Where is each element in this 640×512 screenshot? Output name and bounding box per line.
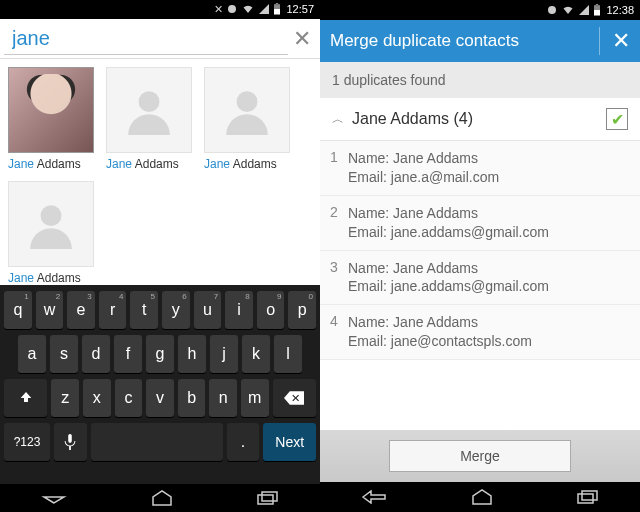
android-navbar (0, 484, 320, 512)
select-group-checkbox[interactable]: ✔ (606, 108, 628, 130)
svg-point-5 (41, 206, 62, 227)
key-i[interactable]: i8 (225, 291, 253, 329)
key-q[interactable]: q1 (4, 291, 32, 329)
item-index: 3 (330, 259, 348, 297)
key-z[interactable]: z (51, 379, 79, 417)
item-index: 2 (330, 204, 348, 242)
contact-avatar-placeholder (8, 181, 94, 267)
contact-card[interactable]: Jane Addams (8, 67, 96, 171)
alarm-icon (226, 3, 238, 15)
svg-rect-11 (596, 4, 598, 5)
duplicate-item[interactable]: 4Name: Jane AddamsEmail: jane@contactspl… (320, 305, 640, 360)
wifi-icon (561, 4, 575, 16)
clear-search-button[interactable]: ✕ (288, 25, 316, 53)
key-f[interactable]: f (114, 335, 142, 373)
key-g[interactable]: g (146, 335, 174, 373)
key-v[interactable]: v (146, 379, 174, 417)
contact-name: Jane Addams (8, 157, 81, 171)
status-bar: 12:38 (320, 0, 640, 20)
keyboard: q1w2e3r4t5y6u7i8o9p0 asdfghjkl zxcvbnm ?… (0, 285, 320, 483)
nav-home-icon[interactable] (469, 489, 495, 505)
svg-point-3 (139, 92, 160, 113)
key-e[interactable]: e3 (67, 291, 95, 329)
contact-card[interactable]: Jane Addams (106, 67, 194, 171)
duplicate-item[interactable]: 1Name: Jane AddamsEmail: jane.a@mail.com (320, 141, 640, 196)
nav-recent-icon[interactable] (257, 491, 279, 505)
key-b[interactable]: b (178, 379, 206, 417)
merge-bar: Merge (320, 430, 640, 482)
svg-rect-2 (276, 3, 278, 4)
no-sound-icon: ✕ (214, 3, 223, 16)
wifi-icon (241, 3, 255, 15)
item-info: Name: Jane AddamsEmail: jane@contactspls… (348, 313, 630, 351)
key-a[interactable]: a (18, 335, 46, 373)
backspace-key[interactable] (273, 379, 316, 417)
contact-avatar-placeholder (204, 67, 290, 153)
shift-key[interactable] (4, 379, 47, 417)
mic-key[interactable] (54, 423, 87, 461)
key-d[interactable]: d (82, 335, 110, 373)
spacebar-key[interactable] (91, 423, 223, 461)
titlebar: Merge duplicate contacts ✕ (320, 20, 640, 62)
key-m[interactable]: m (241, 379, 269, 417)
key-n[interactable]: n (209, 379, 237, 417)
phone-right-merge-duplicates: 12:38 Merge duplicate contacts ✕ 1 dupli… (320, 0, 640, 512)
nav-recent-icon[interactable] (577, 490, 599, 504)
search-row: ✕ (0, 19, 320, 60)
duplicate-group-header[interactable]: ︿ Jane Addams (4) ✔ (320, 98, 640, 141)
key-j[interactable]: j (210, 335, 238, 373)
key-s[interactable]: s (50, 335, 78, 373)
group-name: Jane Addams (4) (352, 110, 606, 128)
battery-icon (593, 4, 601, 16)
contact-card[interactable]: Jane Addams (8, 181, 96, 285)
merge-button[interactable]: Merge (389, 440, 571, 472)
key-c[interactable]: c (115, 379, 143, 417)
duplicate-item[interactable]: 2Name: Jane AddamsEmail: jane.addams@gma… (320, 196, 640, 251)
key-k[interactable]: k (242, 335, 270, 373)
search-input[interactable] (4, 23, 288, 55)
contact-card[interactable]: Jane Addams (204, 67, 292, 171)
next-key[interactable]: Next (263, 423, 316, 461)
svg-rect-8 (262, 492, 277, 501)
svg-rect-13 (582, 491, 597, 500)
period-key[interactable]: . (227, 423, 260, 461)
svg-rect-7 (258, 495, 273, 504)
key-h[interactable]: h (178, 335, 206, 373)
close-button[interactable]: ✕ (599, 27, 630, 55)
nav-back-icon[interactable] (361, 490, 387, 504)
nav-home-icon[interactable] (149, 490, 175, 506)
alarm-icon (546, 4, 558, 16)
contact-avatar-placeholder (106, 67, 192, 153)
nav-back-icon[interactable] (41, 491, 67, 505)
signal-icon (258, 3, 270, 15)
key-l[interactable]: l (274, 335, 302, 373)
svg-rect-12 (578, 494, 593, 503)
key-u[interactable]: u7 (194, 291, 222, 329)
item-info: Name: Jane AddamsEmail: jane.addams@gmai… (348, 259, 630, 297)
key-p[interactable]: p0 (288, 291, 316, 329)
duplicate-list: 1Name: Jane AddamsEmail: jane.a@mail.com… (320, 141, 640, 360)
item-index: 4 (330, 313, 348, 351)
key-r[interactable]: r4 (99, 291, 127, 329)
symbols-key[interactable]: ?123 (4, 423, 50, 461)
contact-name: Jane Addams (204, 157, 277, 171)
item-info: Name: Jane AddamsEmail: jane.a@mail.com (348, 149, 630, 187)
contacts-grid: Jane AddamsJane AddamsJane AddamsJane Ad… (0, 59, 320, 285)
svg-rect-10 (594, 10, 600, 15)
svg-point-4 (237, 92, 258, 113)
item-index: 1 (330, 149, 348, 187)
key-x[interactable]: x (83, 379, 111, 417)
signal-icon (578, 4, 590, 16)
key-t[interactable]: t5 (130, 291, 158, 329)
svg-rect-6 (69, 434, 73, 443)
key-y[interactable]: y6 (162, 291, 190, 329)
battery-icon (273, 3, 281, 15)
duplicates-count: 1 duplicates found (320, 62, 640, 98)
key-w[interactable]: w2 (36, 291, 64, 329)
item-info: Name: Jane AddamsEmail: jane.addams@gmai… (348, 204, 630, 242)
phone-left-contacts-search: ✕ 12:57 ✕ Jane AddamsJane AddamsJane Add… (0, 0, 320, 512)
duplicate-item[interactable]: 3Name: Jane AddamsEmail: jane.addams@gma… (320, 251, 640, 306)
key-o[interactable]: o9 (257, 291, 285, 329)
contact-avatar-photo (8, 67, 94, 153)
android-navbar (320, 482, 640, 512)
